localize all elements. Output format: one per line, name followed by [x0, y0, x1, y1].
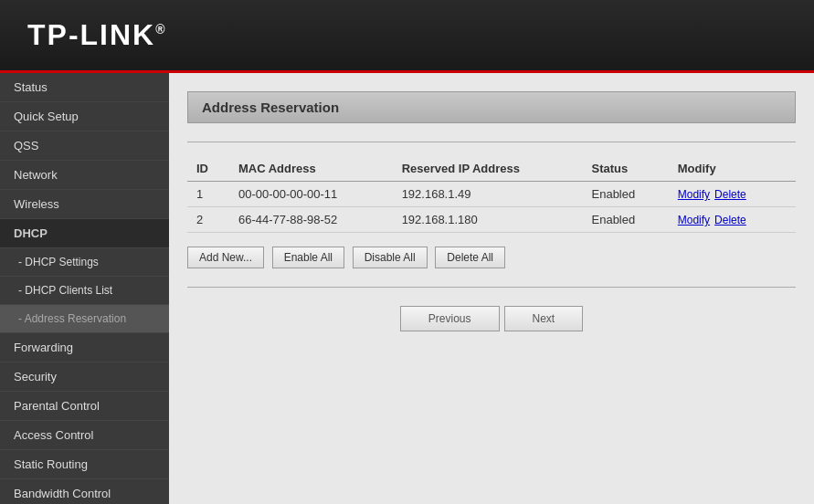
delete-link-1[interactable]: Delete: [714, 214, 746, 226]
sidebar-item-wireless[interactable]: Wireless: [0, 190, 169, 219]
sidebar-item-parental-control[interactable]: Parental Control: [0, 392, 169, 421]
sidebar-item-network[interactable]: Network: [0, 161, 169, 190]
sidebar-item-dhcp-settings[interactable]: - DHCP Settings: [0, 248, 169, 277]
col-ip: Reserved IP Address: [393, 156, 583, 182]
sidebar-item-dhcp-clients[interactable]: - DHCP Clients List: [0, 277, 169, 305]
bottom-divider: [187, 287, 796, 288]
col-modify: Modify: [669, 156, 796, 182]
cell-mac-1: 66-44-77-88-98-52: [229, 207, 393, 233]
reservation-table: ID MAC Address Reserved IP Address Statu…: [187, 156, 796, 233]
col-mac: MAC Address: [229, 156, 393, 182]
cell-status-0: Enabled: [583, 182, 669, 207]
sidebar-item-dhcp[interactable]: DHCP: [0, 219, 169, 248]
cell-id-0: 1: [187, 182, 229, 207]
page-title: Address Reservation: [187, 91, 796, 123]
disable-all-button[interactable]: Disable All: [353, 247, 428, 268]
sidebar-item-status[interactable]: Status: [0, 73, 169, 102]
sidebar-item-quick-setup[interactable]: Quick Setup: [0, 102, 169, 131]
delete-all-button[interactable]: Delete All: [435, 247, 505, 268]
sidebar-item-forwarding[interactable]: Forwarding: [0, 333, 169, 362]
next-button[interactable]: Next: [504, 306, 584, 331]
col-id: ID: [187, 156, 229, 182]
top-divider: [187, 142, 796, 142]
delete-link-0[interactable]: Delete: [714, 188, 746, 201]
cell-actions-1: ModifyDelete: [669, 207, 796, 233]
previous-button[interactable]: Previous: [400, 306, 500, 331]
cell-status-1: Enabled: [583, 207, 669, 233]
cell-ip-0: 192.168.1.49: [393, 182, 583, 207]
sidebar-item-address-reservation[interactable]: - Address Reservation: [0, 305, 169, 333]
action-buttons-row: Add New... Enable All Disable All Delete…: [187, 247, 796, 268]
main-layout: StatusQuick SetupQSSNetworkWirelessDHCP-…: [0, 73, 814, 504]
enable-all-button[interactable]: Enable All: [272, 247, 344, 268]
cell-mac-0: 00-00-00-00-00-11: [229, 182, 393, 207]
sidebar-item-static-routing[interactable]: Static Routing: [0, 450, 169, 479]
sidebar-item-access-control[interactable]: Access Control: [0, 421, 169, 450]
table-row: 100-00-00-00-00-11192.168.1.49EnabledMod…: [187, 182, 796, 207]
cell-actions-0: ModifyDelete: [669, 182, 796, 207]
nav-buttons: Previous Next: [187, 306, 796, 331]
modify-link-0[interactable]: Modify: [678, 188, 710, 201]
sidebar: StatusQuick SetupQSSNetworkWirelessDHCP-…: [0, 73, 169, 504]
header: TP-LINK®: [0, 0, 814, 73]
sidebar-item-security[interactable]: Security: [0, 362, 169, 392]
sidebar-item-qss[interactable]: QSS: [0, 131, 169, 161]
logo: TP-LINK®: [27, 18, 167, 52]
content-area: Address Reservation ID MAC Address Reser…: [169, 73, 814, 504]
sidebar-item-bandwidth-control[interactable]: Bandwidth Control: [0, 479, 169, 504]
modify-link-1[interactable]: Modify: [678, 214, 710, 226]
col-status: Status: [583, 156, 669, 182]
cell-id-1: 2: [187, 207, 229, 233]
table-row: 266-44-77-88-98-52192.168.1.180EnabledMo…: [187, 207, 796, 233]
add-new-button[interactable]: Add New...: [187, 247, 264, 268]
cell-ip-1: 192.168.1.180: [393, 207, 583, 233]
